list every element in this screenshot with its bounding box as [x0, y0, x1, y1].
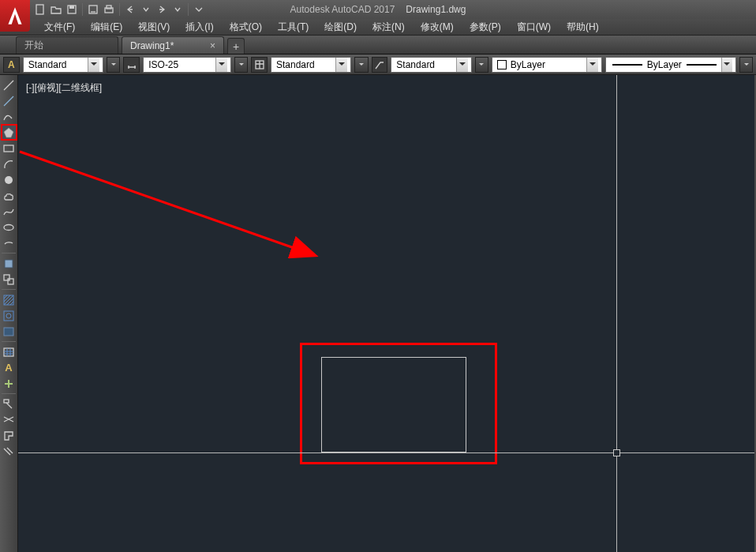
toolbar-separator: [2, 393, 16, 394]
app-name: Autodesk AutoCAD 2017: [290, 4, 395, 15]
crosshair-horizontal: [18, 452, 754, 453]
textstyle-icon[interactable]: A: [3, 57, 20, 73]
tool-rectangle-icon[interactable]: [2, 141, 17, 156]
qat-saveas-icon[interactable]: [86, 2, 100, 17]
tool-ellipse-icon[interactable]: [2, 220, 17, 235]
menu-view[interactable]: 视图(V): [130, 20, 178, 35]
menu-parametric[interactable]: 参数(P): [462, 20, 509, 35]
tablestyle-value: Standard: [276, 59, 315, 70]
tab-close-icon[interactable]: ×: [210, 40, 215, 51]
tool-wipeout-icon[interactable]: [2, 428, 17, 443]
tool-addselected-icon[interactable]: [2, 376, 17, 391]
tool-dimlinear-icon[interactable]: [2, 412, 17, 427]
tool-polygon-icon[interactable]: [2, 125, 17, 140]
svg-rect-11: [4, 275, 9, 280]
tool-gradient-icon[interactable]: [2, 308, 17, 323]
tab-drawing1-label: Drawing1*: [130, 40, 174, 51]
tab-start-label: 开始: [24, 39, 43, 52]
tool-attach-icon[interactable]: [2, 444, 17, 459]
layercolor-value: ByLayer: [511, 59, 545, 70]
crosshair-vertical: [616, 75, 617, 552]
tool-mtext-icon[interactable]: A: [2, 360, 17, 375]
qat-more-icon[interactable]: [192, 2, 206, 17]
svg-rect-12: [8, 279, 13, 284]
tool-xline-icon[interactable]: [2, 93, 17, 108]
layercolor-dropdown[interactable]: ByLayer: [492, 57, 602, 73]
drawing-canvas[interactable]: [-][俯视][二维线框]: [18, 75, 754, 552]
tool-makeblock-icon[interactable]: [2, 272, 17, 287]
mleaderstyle-more[interactable]: [475, 57, 488, 73]
linetype-preview-icon: [612, 64, 642, 66]
tool-polyline-icon[interactable]: [2, 109, 17, 124]
tool-mleader-icon[interactable]: [2, 396, 17, 411]
toolbar-separator: [2, 253, 16, 253]
linetype-preview-icon: [687, 64, 717, 66]
menu-format[interactable]: 格式(O): [222, 20, 270, 35]
qat-redo-drop-icon[interactable]: [170, 2, 185, 17]
tablestyle-icon[interactable]: [251, 57, 268, 73]
crosshair-pickbox: [613, 449, 620, 456]
qat-separator: [188, 3, 189, 16]
style-toolbar: A Standard ISO-25 Standard Standard ByLa…: [0, 54, 756, 75]
qat-new-icon[interactable]: [33, 2, 47, 17]
mleaderstyle-value: Standard: [396, 59, 435, 70]
dimstyle-more[interactable]: [234, 57, 248, 73]
mleaderstyle-dropdown[interactable]: Standard: [391, 57, 471, 73]
document-tab-bar: 开始 Drawing1* × +: [0, 35, 756, 54]
linetype-dropdown[interactable]: ByLayer: [605, 57, 736, 73]
tablestyle-dropdown[interactable]: Standard: [271, 57, 351, 73]
tablestyle-more[interactable]: [354, 57, 368, 73]
svg-rect-17: [4, 348, 13, 356]
menu-dimension[interactable]: 标注(N): [365, 20, 413, 35]
menu-tools[interactable]: 工具(T): [270, 20, 316, 35]
menu-file[interactable]: 文件(F): [36, 20, 83, 35]
menu-draw[interactable]: 绘图(D): [316, 20, 365, 35]
svg-point-8: [5, 176, 13, 184]
tool-insertblock-icon[interactable]: [2, 256, 17, 271]
menu-bar: 文件(F) 编辑(E) 视图(V) 插入(I) 格式(O) 工具(T) 绘图(D…: [0, 19, 756, 35]
menu-insert[interactable]: 插入(I): [178, 20, 221, 35]
tab-drawing1[interactable]: Drawing1* ×: [122, 36, 224, 54]
textstyle-dropdown[interactable]: Standard: [23, 57, 103, 73]
tool-ellipsearc-icon[interactable]: [2, 235, 17, 250]
tool-circle-icon[interactable]: [2, 172, 17, 187]
svg-rect-0: [36, 5, 43, 14]
draw-toolbar: A: [0, 75, 18, 552]
toolbar-separator: [2, 341, 16, 342]
tool-hatch-icon[interactable]: [2, 292, 17, 307]
qat-undo-drop-icon[interactable]: [139, 2, 153, 17]
tab-add[interactable]: +: [227, 38, 245, 54]
viewport-label[interactable]: [-][俯视][二维线框]: [26, 81, 102, 95]
menu-help[interactable]: 帮助(H): [559, 20, 607, 35]
linetype-more[interactable]: [739, 57, 753, 73]
app-logo[interactable]: [0, 0, 30, 32]
menu-window[interactable]: 窗口(W): [509, 20, 559, 35]
tab-start[interactable]: 开始: [16, 36, 118, 54]
qat-open-icon[interactable]: [49, 2, 63, 17]
mleaderstyle-icon[interactable]: [372, 57, 388, 73]
qat-undo-icon[interactable]: [123, 2, 137, 17]
tool-line-icon[interactable]: [2, 77, 17, 92]
svg-rect-5: [107, 6, 111, 9]
svg-rect-10: [5, 260, 13, 268]
dimstyle-dropdown[interactable]: ISO-25: [143, 57, 231, 73]
svg-rect-14: [4, 311, 13, 321]
tool-region-icon[interactable]: [2, 324, 17, 339]
qat-save-icon[interactable]: [65, 2, 79, 17]
menu-modify[interactable]: 修改(M): [413, 20, 462, 35]
tool-spline-icon[interactable]: [2, 204, 17, 219]
textstyle-more[interactable]: [107, 57, 120, 73]
dimstyle-icon[interactable]: [123, 57, 140, 73]
tab-add-label: +: [233, 40, 239, 53]
window-title: Autodesk AutoCAD 2017 Drawing1.dwg: [290, 4, 466, 15]
annotation-highlight-box: [300, 343, 497, 464]
svg-rect-18: [4, 400, 9, 403]
qat-redo-icon[interactable]: [155, 2, 169, 17]
tool-arc-icon[interactable]: [2, 156, 17, 171]
tool-revcloud-icon[interactable]: [2, 188, 17, 203]
color-swatch-icon: [497, 60, 507, 69]
qat-plot-icon[interactable]: [102, 2, 116, 17]
menu-edit[interactable]: 编辑(E): [83, 20, 130, 35]
tool-table-icon[interactable]: [2, 344, 17, 359]
quick-access-toolbar: [33, 2, 206, 17]
